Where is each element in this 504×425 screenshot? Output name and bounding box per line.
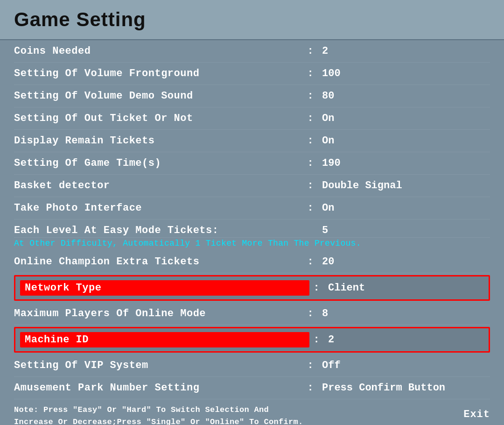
- label-network-type: Network Type: [20, 280, 309, 296]
- value-basket-detector: Double Signal: [317, 180, 490, 191]
- label-amusement-park: Amusement Park Number Setting: [14, 382, 303, 394]
- label-online-champion: Online Champion Extra Tickets: [14, 256, 303, 268]
- label-photo-interface: Take Photo Interface: [14, 202, 303, 214]
- settings-content: Coins Needed : 2 Setting Of Volume Front…: [0, 40, 504, 425]
- setting-row-online-champion[interactable]: Online Champion Extra Tickets : 20: [14, 251, 490, 273]
- setting-row-volume-frontground[interactable]: Setting Of Volume Frontground : 100: [14, 63, 490, 85]
- label-out-ticket: Setting Of Out Ticket Or Not: [14, 113, 303, 124]
- colon-volume-demo: :: [303, 90, 317, 102]
- colon-basket-detector: :: [303, 180, 317, 191]
- colon-game-time: :: [303, 157, 317, 169]
- value-network-type: Client: [323, 282, 484, 294]
- label-remain-tickets: Display Remain Tickets: [14, 135, 303, 147]
- colon-network-type: :: [309, 282, 323, 294]
- value-max-players: 8: [317, 308, 490, 319]
- label-basket-detector: Basket detector: [14, 180, 303, 191]
- colon-coins-needed: :: [303, 45, 317, 57]
- settings-group-1: Coins Needed : 2 Setting Of Volume Front…: [14, 40, 490, 220]
- exit-button[interactable]: Exit: [463, 409, 490, 420]
- setting-row-remain-tickets[interactable]: Display Remain Tickets : On: [14, 130, 490, 152]
- colon-amusement-park: :: [303, 382, 317, 394]
- colon-max-players: :: [303, 308, 317, 319]
- setting-row-coins-needed[interactable]: Coins Needed : 2: [14, 40, 490, 63]
- colon-photo-interface: :: [303, 202, 317, 214]
- value-game-time: 190: [317, 157, 490, 169]
- value-volume-frontground: 100: [317, 68, 490, 79]
- tickets-section: Each Level At Easy Mode Tickets: : 5 At …: [14, 220, 490, 251]
- page-title: Game Setting: [14, 8, 490, 31]
- colon-machine-id: :: [309, 334, 323, 346]
- setting-row-game-time[interactable]: Setting Of Game Time(s) : 190: [14, 152, 490, 175]
- setting-row-network-type[interactable]: Network Type : Client: [14, 275, 490, 301]
- setting-row-photo-interface[interactable]: Take Photo Interface : On: [14, 197, 490, 220]
- setting-row-out-ticket[interactable]: Setting Of Out Ticket Or Not : On: [14, 107, 490, 130]
- label-game-time: Setting Of Game Time(s): [14, 157, 303, 169]
- settings-group-2: Online Champion Extra Tickets : 20 Netwo…: [14, 251, 490, 399]
- colon-volume-frontground: :: [303, 68, 317, 79]
- colon-out-ticket: :: [303, 113, 317, 124]
- setting-row-max-players[interactable]: Maximum Players Of Online Mode : 8: [14, 303, 490, 325]
- label-coins-needed: Coins Needed: [14, 45, 303, 57]
- label-max-players: Maximum Players Of Online Mode: [14, 308, 303, 319]
- label-volume-frontground: Setting Of Volume Frontground: [14, 68, 303, 79]
- tickets-label: Each Level At Easy Mode Tickets:: [14, 225, 303, 236]
- setting-row-basket-detector[interactable]: Basket detector : Double Signal: [14, 175, 490, 197]
- setting-row-machine-id[interactable]: Machine ID : 2: [14, 327, 490, 353]
- bottom-bar: Exit: [0, 404, 504, 425]
- colon-online-champion: :: [303, 256, 317, 268]
- tickets-value: 5: [317, 225, 490, 236]
- value-out-ticket: On: [317, 113, 490, 124]
- label-machine-id: Machine ID: [20, 332, 309, 347]
- value-volume-demo: 80: [317, 90, 490, 102]
- colon-vip-system: :: [303, 360, 317, 371]
- value-coins-needed: 2: [317, 45, 490, 57]
- setting-row-amusement-park[interactable]: Amusement Park Number Setting : Press Co…: [14, 377, 490, 399]
- value-online-champion: 20: [317, 256, 490, 268]
- header: Game Setting: [0, 0, 504, 40]
- tickets-row[interactable]: Each Level At Easy Mode Tickets: : 5: [14, 220, 490, 238]
- setting-row-volume-demo[interactable]: Setting Of Volume Demo Sound : 80: [14, 85, 490, 107]
- colon-remain-tickets: :: [303, 135, 317, 147]
- value-photo-interface: On: [317, 202, 490, 214]
- setting-row-vip-system[interactable]: Setting Of VIP System : Off: [14, 354, 490, 377]
- value-machine-id: 2: [323, 334, 484, 346]
- label-vip-system: Setting Of VIP System: [14, 360, 303, 371]
- tickets-note: At Other Difficulty, Automatically 1 Tic…: [14, 238, 490, 251]
- label-volume-demo: Setting Of Volume Demo Sound: [14, 90, 303, 102]
- value-remain-tickets: On: [317, 135, 490, 147]
- value-vip-system: Off: [317, 360, 490, 371]
- value-amusement-park: Press Confirm Button: [317, 382, 490, 394]
